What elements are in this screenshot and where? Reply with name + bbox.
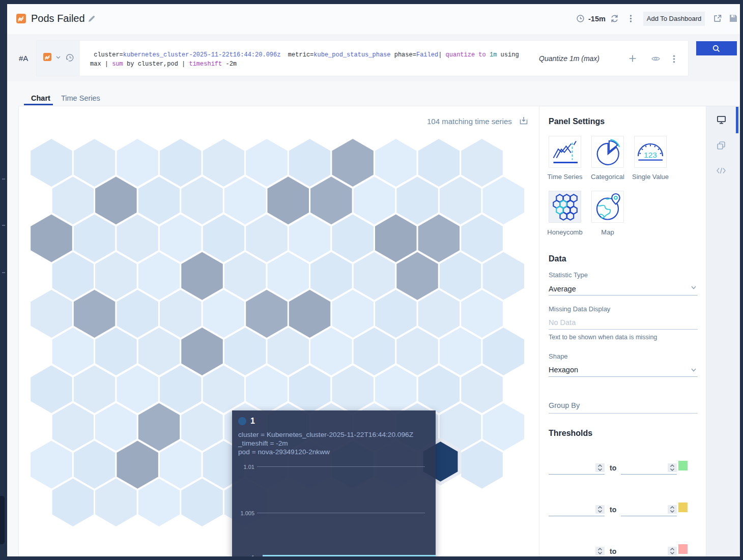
svg-text:123: 123 <box>644 151 657 159</box>
